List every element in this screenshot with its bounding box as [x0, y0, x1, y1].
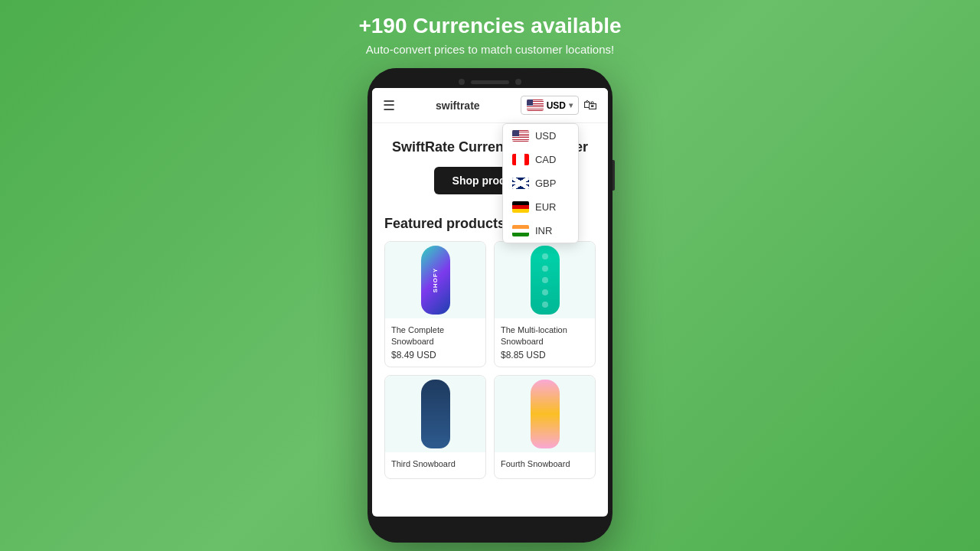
phone-screen: ☰ swiftrate USD ▾ 🛍 USD CAD [372, 88, 608, 517]
currency-selector[interactable]: USD ▾ [521, 96, 579, 115]
product-image-4 [495, 376, 595, 452]
product-image-2 [495, 242, 595, 318]
currency-option-gbp[interactable]: GBP [503, 171, 578, 195]
currency-eur-label: EUR [535, 201, 556, 213]
flag-inr-icon [512, 225, 529, 236]
currency-cad-label: CAD [535, 154, 556, 165]
sb2-dot-3 [542, 277, 548, 283]
currency-option-usd[interactable]: USD [503, 124, 578, 148]
phone-speaker [471, 80, 509, 84]
flag-usd-icon [512, 130, 529, 142]
currency-option-eur[interactable]: EUR [503, 195, 578, 219]
product-info-1: The Complete Snowboard $8.49 USD [385, 318, 485, 367]
promo-title: +190 Currencies available [358, 14, 621, 38]
currency-inr-label: INR [535, 225, 552, 236]
currency-gbp-label: GBP [535, 178, 556, 189]
product-name-3: Third Snowboard [391, 458, 479, 469]
product-image-1: SHOFY [385, 242, 485, 318]
sb2-dot-2 [542, 266, 548, 272]
snowboard-graphic-2 [531, 246, 560, 315]
product-card-4[interactable]: Fourth Snowboard [494, 375, 596, 479]
phone-camera-2 [515, 79, 521, 85]
flag-eur-icon [512, 201, 529, 213]
product-name-1: The Complete Snowboard [391, 324, 479, 347]
product-card-2[interactable]: The Multi-location Snowboard $8.85 USD [494, 241, 596, 367]
product-info-4: Fourth Snowboard [495, 452, 595, 478]
cart-icon[interactable]: 🛍 [583, 97, 597, 113]
product-info-2: The Multi-location Snowboard $8.85 USD [495, 318, 595, 367]
phone-camera [459, 79, 465, 85]
product-card-1[interactable]: SHOFY The Complete Snowboard $8.49 USD [384, 241, 486, 367]
product-name-2: The Multi-location Snowboard [501, 324, 589, 347]
currency-option-inr[interactable]: INR [503, 219, 578, 243]
nav-right-controls: USD ▾ 🛍 USD CAD GBP [521, 96, 597, 115]
snowboard-graphic-4 [531, 380, 560, 448]
flag-gbp-icon [512, 178, 529, 189]
phone-side-button [612, 160, 615, 191]
product-price-1: $8.49 USD [391, 350, 479, 360]
sb2-dot-1 [542, 253, 548, 259]
product-card-3[interactable]: Third Snowboard [384, 375, 486, 479]
promo-header: +190 Currencies available Auto-convert p… [358, 14, 621, 56]
phone-notch [372, 79, 608, 85]
currency-usd-label: USD [535, 130, 556, 142]
currency-option-cad[interactable]: CAD [503, 148, 578, 171]
products-grid: SHOFY The Complete Snowboard $8.49 USD [384, 241, 596, 479]
sb2-dot-4 [542, 289, 548, 295]
product-image-3 [385, 376, 485, 452]
shop-logo: swiftrate [436, 99, 480, 112]
hamburger-icon[interactable]: ☰ [383, 97, 395, 114]
snowboard-graphic-1: SHOFY [421, 246, 450, 315]
currency-dropdown: USD CAD GBP EUR [502, 123, 579, 243]
sb2-dot-5 [542, 302, 548, 308]
promo-subtitle: Auto-convert prices to match customer lo… [358, 43, 621, 56]
flag-cad-icon [512, 154, 529, 165]
currency-code-label: USD [547, 100, 566, 111]
snowboard-graphic-3 [421, 380, 450, 448]
product-price-2: $8.85 USD [501, 350, 589, 360]
snowboard-label-1: SHOFY [432, 268, 439, 293]
chevron-down-icon: ▾ [569, 101, 573, 109]
product-name-4: Fourth Snowboard [501, 458, 589, 469]
phone-mockup: ☰ swiftrate USD ▾ 🛍 USD CAD [368, 68, 612, 543]
featured-section: Featured products SHOFY The Complete Sno… [372, 207, 608, 485]
usd-flag-icon [527, 99, 544, 111]
shop-navbar: ☰ swiftrate USD ▾ 🛍 USD CAD [372, 88, 608, 123]
product-info-3: Third Snowboard [385, 452, 485, 478]
